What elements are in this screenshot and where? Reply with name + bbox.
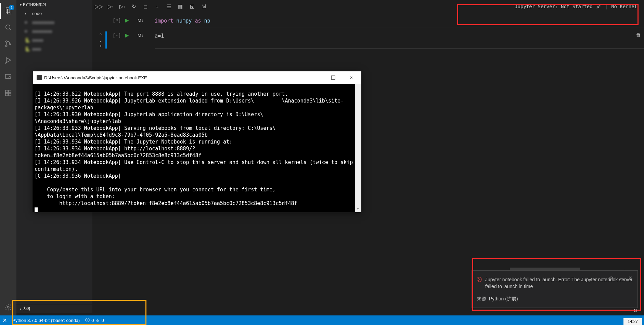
- file-label: xxxxx: [32, 38, 43, 43]
- console-titlebar[interactable]: D:\Users\ \Anaconda3\Scripts\jupyter-not…: [33, 71, 361, 84]
- scrollbar[interactable]: ▴ ▾: [355, 84, 361, 212]
- file-item[interactable]: 🐍 xxxx: [16, 44, 92, 53]
- chevron-down-icon[interactable]: ⌄: [617, 274, 624, 282]
- move-up-icon[interactable]: ⌃: [99, 33, 102, 38]
- remote-icon[interactable]: [0, 68, 16, 85]
- separator: |: [605, 4, 608, 9]
- jupyter-server-text: Jupyter Server: Not Started: [515, 4, 593, 9]
- console-line: Copy/paste this URL into your browser wh…: [35, 187, 275, 193]
- error-icon: ⓧ: [477, 276, 482, 290]
- error-count: 0: [91, 318, 94, 323]
- svg-rect-10: [5, 90, 8, 93]
- file-item[interactable]: 🐍 xxxxx: [16, 36, 92, 44]
- file-label: xxxxxxxxxx: [32, 20, 54, 25]
- console-window: D:\Users\ \Anaconda3\Scripts\jupyter-not…: [33, 71, 361, 212]
- gear-icon[interactable]: ⚙: [607, 274, 615, 282]
- chevron-down-icon: ▾: [20, 3, 22, 6]
- activity-bar: 1: [0, 0, 16, 325]
- disconnected-icon: [596, 4, 602, 9]
- code[interactable]: import numpy as np: [155, 16, 644, 27]
- error-icon: ⓧ: [85, 317, 90, 323]
- console-line: [I 14:26:33.930 NotebookApp] JupyterLab …: [35, 111, 291, 124]
- folder-icon: ›: [25, 11, 30, 16]
- svg-point-9: [9, 77, 11, 79]
- focus-indicator: [105, 31, 107, 49]
- taskbar-time[interactable]: 14:27: [623, 318, 642, 325]
- svg-line-3: [10, 29, 11, 30]
- statusbar: Python 3.7.0 64-bit ('base': conda) ⓧ 0 …: [0, 315, 644, 325]
- svg-point-6: [9, 43, 11, 45]
- file-item[interactable]: ≡ xxxxxxxxxx: [16, 18, 92, 27]
- console-line: [C 14:26:33.936 NotebookApp]: [35, 173, 121, 179]
- svg-point-5: [5, 45, 7, 47]
- add-cell-icon[interactable]: +: [151, 2, 163, 11]
- file-label: xxxx: [32, 46, 41, 52]
- svg-point-7: [5, 62, 7, 64]
- console-line: to login with a token:: [35, 193, 115, 200]
- delete-cell-icon[interactable]: 🗑: [636, 32, 641, 38]
- grid-icon[interactable]: ▦: [175, 2, 186, 11]
- code[interactable]: a=1: [155, 31, 644, 49]
- variables-icon[interactable]: ☰: [163, 2, 175, 11]
- run-cell-icon[interactable]: ▶: [124, 32, 130, 38]
- md-label: M↓: [138, 16, 155, 27]
- warning-icon: ⚠: [95, 318, 100, 323]
- error-toast: ⚙ ⌄ ✕ ⓧ Jupyter notebook failed to launc…: [472, 270, 638, 308]
- file-item[interactable]: › code: [16, 9, 92, 18]
- cells: [*] ▶ M↓ import numpy as np ⌃ ⌄ + [-] ▶ …: [92, 13, 644, 49]
- python-interpreter[interactable]: Python 3.7.0 64-bit ('base': conda): [10, 315, 82, 325]
- console-line: http://localhost:8889/?token=f8e2eb8ef44…: [35, 200, 297, 206]
- svg-rect-13: [9, 90, 11, 93]
- jupyter-status[interactable]: Jupyter Server: Not Started | No Kernel: [511, 1, 641, 12]
- exec-count: [-]: [109, 31, 124, 49]
- toast-source: 来源: Python (扩展): [477, 296, 633, 302]
- svg-point-2: [6, 25, 10, 29]
- minimize-icon[interactable]: —: [308, 72, 323, 83]
- run-below-icon[interactable]: ▷↓: [116, 2, 128, 11]
- svg-point-14: [7, 306, 9, 308]
- debug-icon[interactable]: [0, 52, 16, 68]
- export-icon[interactable]: ⇲: [198, 2, 209, 11]
- console-line: [I 14:26:33.822 NotebookApp] The port 88…: [35, 91, 288, 97]
- py-icon: 🐍: [25, 46, 30, 52]
- explorer-badge: 1: [9, 5, 14, 10]
- settings-gear-icon[interactable]: [0, 299, 16, 315]
- svg-rect-12: [9, 93, 11, 96]
- file-item[interactable]: ≡ xxxxxxxxx: [16, 27, 92, 36]
- scroll-down-icon[interactable]: ▾: [355, 206, 361, 212]
- explorer-icon[interactable]: 1: [0, 3, 16, 19]
- warning-count: 0: [101, 318, 104, 323]
- restart-icon[interactable]: ↻: [128, 2, 140, 11]
- add-icon[interactable]: +: [99, 44, 102, 49]
- extensions-icon[interactable]: [0, 85, 16, 101]
- python-label: Python 3.7.0 64-bit ('base': conda): [12, 318, 80, 323]
- run-above-icon[interactable]: ▷↑: [105, 2, 116, 11]
- close-icon[interactable]: ✕: [343, 72, 359, 83]
- close-icon[interactable]: ✕: [627, 274, 634, 282]
- remote-button[interactable]: [0, 315, 10, 325]
- problems-button[interactable]: ⓧ 0 ⚠ 0: [82, 315, 106, 325]
- folder-header[interactable]: ▾ PYTHON学习: [16, 0, 92, 9]
- outline-header[interactable]: › 大纲: [16, 304, 92, 313]
- save-icon[interactable]: 🖫: [186, 2, 198, 11]
- svg-point-4: [5, 41, 7, 42]
- git-icon[interactable]: [0, 36, 16, 52]
- console-body[interactable]: [I 14:26:33.822 NotebookApp] The port 88…: [33, 84, 361, 212]
- interrupt-icon[interactable]: □: [140, 2, 151, 11]
- maximize-icon[interactable]: [325, 72, 341, 83]
- file-label: xxxxxxxxx: [32, 29, 52, 34]
- file-icon: ≡: [25, 29, 30, 34]
- feedback-icon[interactable]: ☺: [630, 305, 641, 315]
- run-all-icon[interactable]: ▷▷: [93, 2, 105, 11]
- folder-title: PYTHON学习: [23, 2, 46, 7]
- file-icon: ≡: [25, 20, 30, 25]
- console-line: [I 14:26:33.926 NotebookApp] JupyterLab …: [35, 98, 344, 111]
- run-cell-icon[interactable]: ▶: [124, 17, 130, 23]
- search-icon[interactable]: [0, 19, 16, 36]
- code-cell[interactable]: [*] ▶ M↓ import numpy as np: [92, 16, 644, 27]
- notebook-toolbar: ▷▷ ▷↑ ▷↓ ↻ □ + ☰ ▦ 🖫 ⇲ Jupyter Server: N…: [92, 0, 644, 13]
- app-icon: [37, 75, 42, 80]
- code-cell[interactable]: ⌃ ⌄ + [-] ▶ M↓ a=1 🗑: [92, 31, 644, 49]
- exec-count: [*]: [109, 16, 124, 27]
- move-down-icon[interactable]: ⌄: [99, 38, 102, 43]
